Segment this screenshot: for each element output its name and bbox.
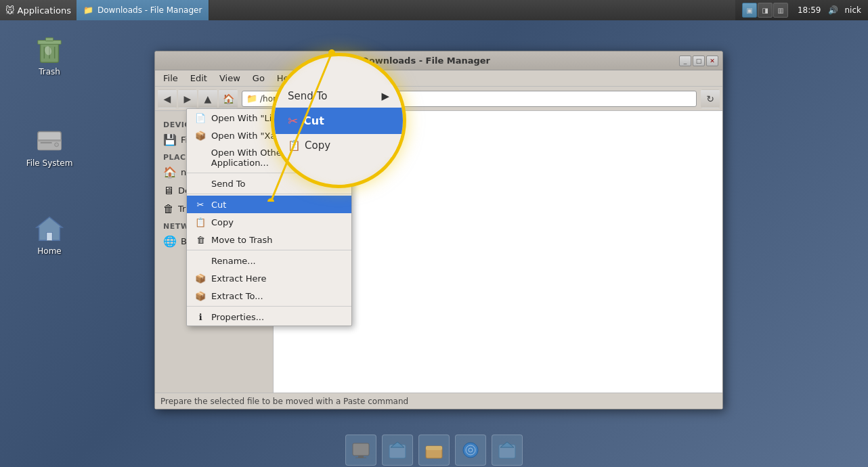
taskbar-spacer [209, 0, 735, 20]
context-menu: 📄 Open With "LibreOffice..." 📦 Open With… [186, 108, 352, 326]
ctx-send-to[interactable]: Send To ▶ [187, 175, 351, 192]
desktop-icon-trash[interactable]: Trash [19, 30, 80, 79]
svg-rect-26 [358, 455, 364, 458]
menu-view[interactable]: View [214, 72, 246, 85]
bottom-icon-1[interactable] [345, 435, 376, 466]
taskbar-right: ▣ ◨ ▥ 18:59 🔊 nick [735, 3, 868, 18]
ctx-copy[interactable]: 📋 Copy [187, 213, 351, 231]
libreoffice-icon: 📄 [195, 112, 206, 123]
statusbar: Prepare the selected file to be moved wi… [155, 393, 722, 409]
ctx-open-xarchiver-label: Open With "Xarchiver" [211, 131, 310, 141]
sound-icon: 🔊 [828, 5, 838, 15]
desktop-icon-home[interactable]: Home [19, 210, 80, 259]
ctx-copy-label: Copy [211, 217, 234, 227]
wm-btn-1[interactable]: ▣ [742, 3, 757, 18]
bottom-taskbar [0, 433, 868, 467]
window-title: Downloads - File Manager [173, 55, 679, 66]
desktop-icon-filesystem[interactable]: File System [19, 122, 80, 171]
bottom-icon-5[interactable] [492, 435, 523, 466]
wm-buttons: ▣ ◨ ▥ [742, 3, 788, 18]
svg-rect-31 [426, 446, 442, 450]
svg-rect-25 [353, 443, 369, 455]
svg-point-32 [463, 443, 478, 458]
ctx-properties[interactable]: ℹ Properties... [187, 308, 351, 326]
properties-icon: ℹ [195, 311, 206, 322]
filesystem-sidebar-icon: 💾 [163, 133, 177, 146]
cut-icon: ✂ [195, 199, 206, 210]
ctx-cut-label: Cut [211, 200, 226, 210]
ctx-extract-to-label: Extract To... [211, 291, 263, 301]
ctx-rename[interactable]: Rename... [187, 252, 351, 269]
separator-2 [187, 194, 351, 194]
svg-point-10 [55, 143, 59, 147]
applications-label: Applications [18, 5, 71, 16]
menu-file[interactable]: File [158, 72, 183, 85]
xarchiver-icon: 📦 [195, 130, 206, 141]
ctx-move-to-trash[interactable]: 🗑 Move to Trash [187, 231, 351, 248]
ctx-open-xarchiver[interactable]: 📦 Open With "Xarchiver" [187, 127, 351, 144]
apps-icon: 🐭 [5, 5, 15, 16]
extract-to-icon: 📦 [195, 290, 206, 301]
svg-rect-27 [355, 458, 366, 458]
home-toolbar-button[interactable]: 🏠 [219, 89, 238, 108]
send-to-icon [195, 178, 206, 189]
taskbar: 🐭 Applications 📁 Downloads - File Manage… [0, 0, 868, 20]
wm-btn-2[interactable]: ◨ [758, 3, 773, 18]
ctx-extract-here-label: Extract Here [211, 273, 267, 284]
clock: 18:59 [798, 5, 821, 15]
home-icon [33, 213, 66, 245]
network-sidebar-icon: 🌐 [163, 235, 177, 248]
minimize-button[interactable]: _ [679, 55, 691, 66]
trash-sidebar-icon: 🗑 [163, 202, 174, 215]
svg-rect-11 [41, 142, 52, 143]
window-taskbar-button[interactable]: 📁 Downloads - File Manager [77, 0, 209, 20]
wm-btn-3[interactable]: ▥ [773, 3, 788, 18]
ctx-move-to-trash-label: Move to Trash [211, 235, 273, 245]
bottom-icon-2[interactable] [382, 435, 413, 466]
toolbar: ◀ ▶ ▲ 🏠 📁 /home/nick/Downloads/ ↻ [155, 87, 722, 111]
location-path: /home/nick/Downloads/ [260, 94, 355, 104]
ctx-rename-label: Rename... [211, 256, 256, 266]
send-to-arrow: ▶ [338, 180, 343, 187]
filesystem-icon [33, 125, 66, 157]
svg-rect-9 [38, 139, 62, 141]
separator-1 [187, 173, 351, 173]
filesystem-label: File System [26, 158, 73, 168]
status-text: Prepare the selected file to be moved wi… [160, 397, 408, 406]
svg-rect-2 [45, 38, 53, 41]
ctx-open-libreoffice-label: Open With "LibreOffice..." [211, 113, 324, 123]
separator-4 [187, 306, 351, 307]
username: nick [845, 5, 862, 15]
menu-help[interactable]: Help [272, 72, 303, 85]
location-bar[interactable]: 📁 /home/nick/Downloads/ [242, 91, 697, 107]
bottom-icon-3[interactable] [418, 435, 450, 466]
trash-icon [33, 33, 66, 66]
ctx-extract-here[interactable]: 📦 Extract Here [187, 269, 351, 287]
ctx-cut[interactable]: ✂ Cut [187, 196, 351, 213]
reload-button[interactable]: ↻ [701, 89, 720, 108]
forward-button[interactable]: ▶ [178, 89, 197, 108]
close-button[interactable]: ✕ [706, 55, 718, 66]
trash-label: Trash [39, 67, 60, 76]
up-button[interactable]: ▲ [198, 89, 217, 108]
ctx-open-libreoffice[interactable]: 📄 Open With "LibreOffice..." [187, 109, 351, 127]
rename-icon [195, 255, 206, 266]
menu-go[interactable]: Go [247, 72, 270, 85]
separator-3 [187, 250, 351, 250]
extract-here-icon: 📦 [195, 273, 206, 284]
window-label: Downloads - File Manager [97, 5, 202, 15]
menubar: File Edit View Go Help [155, 70, 722, 87]
back-button[interactable]: ◀ [158, 89, 177, 108]
maximize-button[interactable]: □ [693, 55, 705, 66]
applications-menu[interactable]: 🐭 Applications [0, 0, 77, 20]
ctx-open-other-label: Open With Other Application... [211, 148, 343, 168]
bottom-icon-4[interactable] [455, 435, 486, 466]
ctx-extract-to[interactable]: 📦 Extract To... [187, 287, 351, 305]
desktop-sidebar-icon: 🖥 [163, 184, 174, 197]
move-trash-icon: 🗑 [195, 234, 206, 245]
ctx-open-other[interactable]: Open With Other Application... [187, 144, 351, 171]
copy-icon: 📋 [195, 217, 206, 227]
open-other-icon [195, 152, 206, 163]
svg-rect-13 [47, 233, 52, 241]
menu-edit[interactable]: Edit [185, 72, 213, 85]
